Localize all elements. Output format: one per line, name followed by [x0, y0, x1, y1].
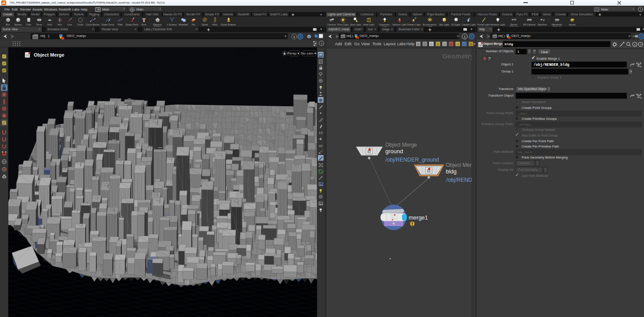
svg-text:No cam ▾: No cam ▾ — [301, 51, 316, 55]
svg-text:1: 1 — [464, 35, 466, 39]
svg-text:12: 12 — [319, 131, 323, 135]
svg-text:?: ? — [640, 43, 642, 47]
svg-text:T: T — [142, 18, 146, 23]
svg-text:?: ? — [640, 7, 642, 11]
svg-text:Persp ▾: Persp ▾ — [287, 51, 299, 55]
svg-text:?: ? — [320, 42, 323, 46]
svg-text:42: 42 — [319, 144, 323, 148]
svg-text:1: 1 — [293, 35, 295, 39]
